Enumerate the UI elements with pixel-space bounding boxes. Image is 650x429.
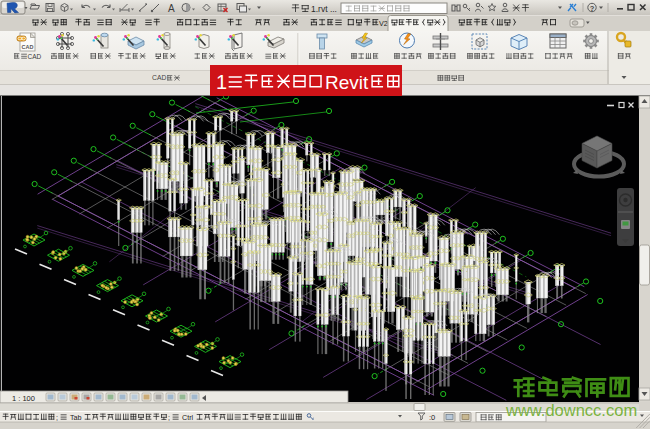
svg-text:1: 1 (216, 71, 227, 93)
svg-text:;: ; (168, 413, 170, 422)
svg-text:Revit: Revit (325, 72, 369, 93)
svg-text:Tab: Tab (70, 413, 82, 422)
svg-text:www.downcc.com: www.downcc.com (505, 401, 637, 419)
svg-text:1 : 100: 1 : 100 (12, 394, 35, 403)
svg-text:?: ? (590, 4, 595, 13)
svg-text:1.rvt ...: 1.rvt ... (311, 4, 337, 14)
svg-text:A: A (168, 3, 175, 14)
svg-text:Ctrl: Ctrl (182, 413, 194, 422)
svg-text:CAD: CAD (22, 44, 34, 50)
svg-text::0: :0 (429, 413, 435, 422)
svg-text:CAD: CAD (152, 74, 166, 81)
svg-text:;: ; (56, 413, 58, 422)
svg-text:CAD: CAD (28, 53, 42, 60)
